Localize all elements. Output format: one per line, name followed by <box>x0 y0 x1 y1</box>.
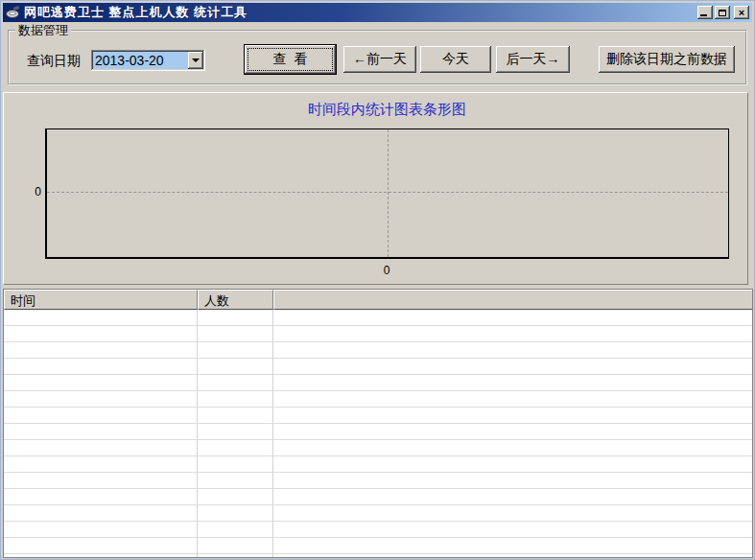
app-icon-dish-inner <box>9 12 16 15</box>
table-row <box>4 408 752 424</box>
table-cell <box>273 554 752 557</box>
table-cell <box>4 424 198 439</box>
table-cell <box>273 473 752 488</box>
x-axis-tick: 0 <box>380 264 393 277</box>
table-cell <box>198 391 273 407</box>
table-cell <box>198 538 273 553</box>
table-cell <box>198 359 273 374</box>
table-row <box>4 342 752 359</box>
chevron-down-icon <box>192 58 200 62</box>
window-title: 网吧逃费卫士 整点上机人数 统计工具 <box>24 4 697 21</box>
maximize-button[interactable] <box>715 6 730 19</box>
table-cell <box>273 408 752 423</box>
table-row <box>4 522 752 538</box>
close-icon: × <box>739 8 744 17</box>
table-cell <box>4 359 198 374</box>
chart-panel: 时间段内统计图表条形图 0 0 <box>3 92 748 285</box>
query-date-combobox[interactable]: 2013-03-20 <box>91 50 205 71</box>
minimize-button[interactable] <box>697 6 713 19</box>
chart-plot-area <box>45 128 729 259</box>
table-cell <box>273 456 752 472</box>
table-cell <box>4 310 198 325</box>
query-date-value[interactable]: 2013-03-20 <box>93 52 188 69</box>
app-window: 网吧逃费卫士 整点上机人数 统计工具 × 数据管理 查询日期 2013-03-2… <box>0 0 755 560</box>
table-cell <box>273 359 752 374</box>
table-cell <box>273 310 752 325</box>
table-header: 时间 人数 <box>4 290 752 310</box>
table-body[interactable] <box>4 310 752 557</box>
combobox-dropdown-button[interactable] <box>188 52 203 69</box>
table-cell <box>198 342 273 358</box>
query-date-label: 查询日期 <box>27 53 81 70</box>
table-row <box>4 326 752 342</box>
table-cell <box>4 375 198 390</box>
table-cell <box>4 522 198 537</box>
column-header-time[interactable]: 时间 <box>4 290 198 310</box>
table-row <box>4 310 752 326</box>
table-cell <box>198 489 273 504</box>
table-row <box>4 440 752 456</box>
table-row <box>4 554 752 557</box>
table-cell <box>273 440 752 455</box>
table-cell <box>198 522 273 537</box>
table-cell <box>273 538 752 553</box>
groupbox-label: 数据管理 <box>15 23 71 37</box>
table-cell <box>4 456 198 472</box>
table-row <box>4 538 752 554</box>
window-controls: × <box>697 6 749 19</box>
table-row <box>4 473 752 489</box>
table-row <box>4 505 752 522</box>
view-button[interactable]: 查 看 <box>244 44 337 75</box>
table-cell <box>273 375 752 390</box>
table-cell <box>198 424 273 439</box>
table-cell <box>198 473 273 488</box>
title-bar: 网吧逃费卫士 整点上机人数 统计工具 × <box>3 3 752 22</box>
table-cell <box>4 440 198 455</box>
table-row <box>4 456 752 473</box>
table-row <box>4 424 752 440</box>
table-cell <box>273 489 752 504</box>
table-cell <box>273 342 752 358</box>
table-cell <box>273 391 752 407</box>
table-cell <box>4 505 198 521</box>
table-cell <box>4 473 198 488</box>
table-row <box>4 359 752 375</box>
today-button[interactable]: 今天 <box>420 46 491 73</box>
close-button[interactable]: × <box>734 6 749 19</box>
delete-before-date-button[interactable]: 删除该日期之前数据 <box>599 46 735 73</box>
minimize-icon <box>700 14 707 16</box>
table-cell <box>4 489 198 504</box>
table-row <box>4 489 752 505</box>
y-axis-tick: 0 <box>25 185 41 198</box>
table-cell <box>273 424 752 439</box>
maximize-icon <box>719 10 726 16</box>
chart-title: 时间段内统计图表条形图 <box>45 101 729 119</box>
table-cell <box>198 326 273 341</box>
column-header-blank[interactable] <box>273 290 752 310</box>
table-cell <box>198 505 273 521</box>
column-header-count[interactable]: 人数 <box>198 290 273 310</box>
app-icon[interactable] <box>6 7 20 19</box>
table-cell <box>198 440 273 455</box>
table-cell <box>4 391 198 407</box>
table-cell <box>198 456 273 472</box>
table-cell <box>273 505 752 521</box>
table-cell <box>4 538 198 553</box>
next-day-button[interactable]: 后一天→ <box>496 46 570 73</box>
vertical-gridline <box>388 129 389 257</box>
table-cell <box>198 408 273 423</box>
table-cell <box>198 554 273 557</box>
table-cell <box>4 554 198 557</box>
table-cell <box>4 342 198 358</box>
table-cell <box>273 522 752 537</box>
table-row <box>4 375 752 391</box>
table-row <box>4 391 752 408</box>
results-table: 时间 人数 <box>3 289 753 558</box>
table-cell <box>198 310 273 325</box>
table-cell <box>4 326 198 341</box>
table-cell <box>198 375 273 390</box>
prev-day-button[interactable]: ←前一天 <box>343 46 416 73</box>
table-cell <box>4 408 198 423</box>
table-cell <box>273 326 752 341</box>
